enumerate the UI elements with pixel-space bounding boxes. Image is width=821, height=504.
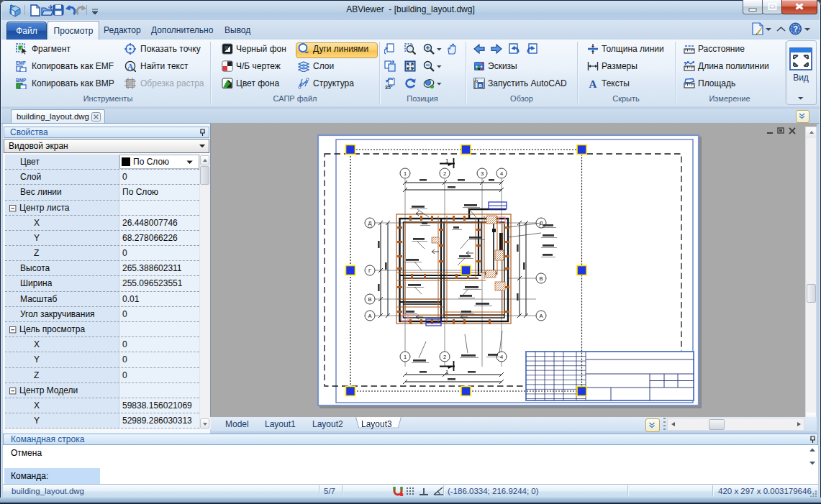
svg-text:А: А — [368, 313, 371, 319]
svg-text:4: 4 — [500, 354, 503, 360]
svg-text:1: 1 — [445, 369, 449, 375]
svg-text:?: ? — [793, 24, 798, 33]
svg-text:2: 2 — [443, 354, 446, 360]
svg-text:1: 1 — [404, 170, 407, 177]
svg-text:A: A — [589, 78, 597, 89]
svg-text:Г: Г — [368, 267, 371, 274]
svg-text:EMF: EMF — [16, 60, 26, 65]
svg-text:4: 4 — [500, 170, 503, 177]
svg-text:В: В — [539, 275, 543, 282]
svg-text:BMP: BMP — [16, 78, 27, 83]
svg-text:35°: 35° — [385, 85, 393, 90]
svg-text:В: В — [368, 296, 371, 303]
svg-text:a: a — [478, 82, 482, 88]
svg-text:1: 1 — [404, 354, 407, 360]
svg-text:А: А — [539, 313, 543, 319]
svg-text:3: 3 — [481, 170, 484, 177]
svg-text:A: A — [127, 62, 134, 72]
svg-text:Д: Д — [368, 220, 371, 226]
svg-text:2: 2 — [443, 170, 446, 177]
svg-text:1: 1 — [445, 157, 449, 164]
